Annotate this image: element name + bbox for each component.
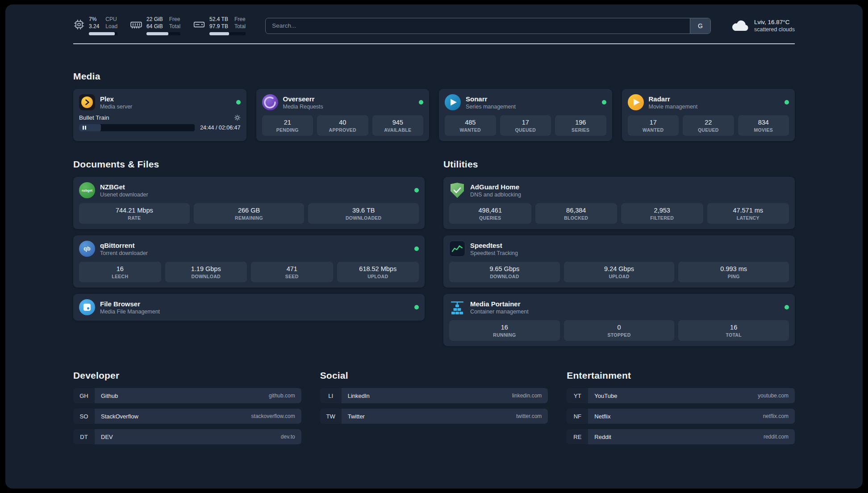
plex-now-playing: Bullet Train xyxy=(79,114,241,131)
bookmark-domain: github.com xyxy=(269,393,295,399)
cpu-progress-bar xyxy=(89,32,117,35)
bookmark-twitter[interactable]: TW Twitter twitter.com xyxy=(320,409,548,424)
bookmark-name: LinkedIn xyxy=(348,393,370,399)
memory-widget: 22 GiB Free 64 GiB Total xyxy=(130,16,180,35)
cpu-load-value: 3.24 xyxy=(89,23,99,30)
section-title-media: Media xyxy=(73,71,795,82)
service-subtitle: DNS and adblocking xyxy=(470,192,521,198)
speedtest-graph-icon xyxy=(449,241,465,257)
service-card-qbittorrent[interactable]: qb qBittorrent Torrent downloader 16 LEE… xyxy=(73,235,425,288)
disk-progress-bar xyxy=(209,32,246,35)
stat-rate: 744.21 Mbps RATE xyxy=(79,203,190,224)
service-card-filebrowser[interactable]: File Browser Media File Management xyxy=(73,294,425,321)
stat-wanted: 485 WANTED xyxy=(445,115,496,136)
bookmark-domain: stackoverflow.com xyxy=(251,413,295,419)
playback-progress-bar[interactable] xyxy=(79,124,195,131)
settings-gear-icon[interactable] xyxy=(234,114,241,121)
bookmark-name: DEV xyxy=(101,434,113,440)
bookmark-domain: youtube.com xyxy=(758,393,789,399)
service-card-portainer[interactable]: Media Portainer Container management 16 … xyxy=(443,294,795,346)
service-subtitle: Usenet downloader xyxy=(100,192,148,198)
plex-icon xyxy=(79,94,95,110)
bookmark-abbr: LI xyxy=(320,388,342,403)
filebrowser-icon xyxy=(79,299,95,315)
service-subtitle: Movie management xyxy=(649,104,698,110)
memory-progress-bar xyxy=(146,32,180,35)
bookmark-group-developer: Developer GH Github github.com SO StackO… xyxy=(73,370,301,444)
weather-widget: Lviv, 16.87°C scattered clouds xyxy=(730,19,795,33)
stat-available: 945 AVAILABLE xyxy=(372,115,424,136)
stat-leech: 16 LEECH xyxy=(79,262,161,282)
bookmark-netflix[interactable]: NF Netflix netflix.com xyxy=(567,409,795,424)
stat-pending: 21 PENDING xyxy=(262,115,313,136)
stat-approved: 40 APPROVED xyxy=(317,115,368,136)
radarr-icon xyxy=(628,94,644,110)
service-name: Radarr xyxy=(649,95,698,103)
bookmark-linkedin[interactable]: LI LinkedIn linkedin.com xyxy=(320,388,548,403)
search-provider-button[interactable]: G xyxy=(690,18,710,33)
documents-column: Documents & Files nzbget NZBGet Usenet d… xyxy=(73,159,425,346)
bookmark-domain: twitter.com xyxy=(516,413,542,419)
service-card-overseerr[interactable]: Overseerr Media Requests 21 PENDING 40 A… xyxy=(256,89,430,141)
top-bar: 7% CPU 3.24 Load xyxy=(5,4,863,35)
service-card-nzbget[interactable]: nzbget NZBGet Usenet downloader 744.21 M… xyxy=(73,177,425,229)
service-card-sonarr[interactable]: Sonarr Series management 485 WANTED 17 Q… xyxy=(439,89,612,141)
pause-icon[interactable] xyxy=(83,126,86,130)
bookmark-github[interactable]: GH Github github.com xyxy=(73,388,301,403)
bookmark-stackoverflow[interactable]: SO StackOverflow stackoverflow.com xyxy=(73,409,301,424)
playback-time: 24:44 / 02:06:47 xyxy=(200,125,240,131)
disk-icon xyxy=(193,19,205,30)
disk-total-value: 97.9 TB xyxy=(209,23,228,30)
stat-queued: 17 QUEUED xyxy=(500,115,551,136)
section-title-utilities: Utilities xyxy=(443,159,795,170)
bookmark-reddit[interactable]: RE Reddit reddit.com xyxy=(567,429,795,444)
sonarr-icon xyxy=(445,94,461,110)
cpu-load-label: Load xyxy=(105,23,117,30)
status-online-dot xyxy=(414,246,419,251)
qbittorrent-icon: qb xyxy=(79,241,95,257)
memory-icon xyxy=(130,19,142,30)
cpu-percent: 7% xyxy=(89,16,99,23)
stat-download: 9.65 Gbps DOWNLOAD xyxy=(449,262,560,282)
bookmark-youtube[interactable]: YT YouTube youtube.com xyxy=(567,388,795,403)
utilities-column: Utilities AdGuard Home DN xyxy=(443,159,795,346)
stat-download: 1.19 Gbps DOWNLOAD xyxy=(165,262,247,282)
section-title-documents: Documents & Files xyxy=(73,159,425,170)
stat-filtered: 2,953 FILTERED xyxy=(621,203,703,224)
bookmark-abbr: GH xyxy=(73,388,95,403)
stat-series: 196 SERIES xyxy=(555,115,606,136)
cloud-icon xyxy=(730,19,749,33)
service-card-radarr[interactable]: Radarr Movie management 17 WANTED 22 QUE… xyxy=(622,89,795,141)
memory-free-label: Free xyxy=(169,16,180,23)
bookmark-domain: netflix.com xyxy=(763,413,789,419)
service-name: NZBGet xyxy=(100,183,148,191)
bookmark-name: YouTube xyxy=(594,393,617,399)
service-name: File Browser xyxy=(100,300,160,308)
bookmark-dev[interactable]: DT DEV dev.to xyxy=(73,429,301,444)
stat-upload: 618.52 Mbps UPLOAD xyxy=(337,262,419,282)
bookmark-abbr: YT xyxy=(567,388,588,403)
search-input[interactable] xyxy=(266,18,690,33)
status-online-dot xyxy=(785,305,789,309)
bookmark-name: Twitter xyxy=(348,413,365,420)
service-card-speedtest[interactable]: Speedtest Speedtest Tracking 9.65 Gbps D… xyxy=(443,235,795,288)
weather-condition: scattered clouds xyxy=(754,26,795,33)
section-title-entertainment: Entertainment xyxy=(567,370,795,381)
bookmark-name: Github xyxy=(101,393,118,399)
bookmark-abbr: RE xyxy=(567,429,588,444)
nzbget-icon: nzbget xyxy=(79,182,95,198)
disk-widget: 52.4 TB Free 97.9 TB Total xyxy=(193,16,246,35)
stat-queued: 22 QUEUED xyxy=(683,115,734,136)
overseerr-icon xyxy=(262,94,278,110)
service-name: Speedtest xyxy=(470,242,518,249)
weather-location: Lviv, 16.87°C xyxy=(754,19,795,25)
service-subtitle: Container management xyxy=(470,309,529,315)
disk-total-label: Total xyxy=(234,23,246,30)
cpu-label: CPU xyxy=(105,16,117,23)
service-card-adguard[interactable]: AdGuard Home DNS and adblocking 498,461 … xyxy=(443,177,795,229)
status-online-dot xyxy=(602,100,606,104)
topbar-divider xyxy=(73,43,795,44)
service-card-plex[interactable]: Plex Media server Bullet Train xyxy=(73,89,246,141)
stat-remaining: 266 GB REMAINING xyxy=(194,203,305,224)
stat-downloaded: 39.6 TB DOWNLOADED xyxy=(308,203,419,224)
